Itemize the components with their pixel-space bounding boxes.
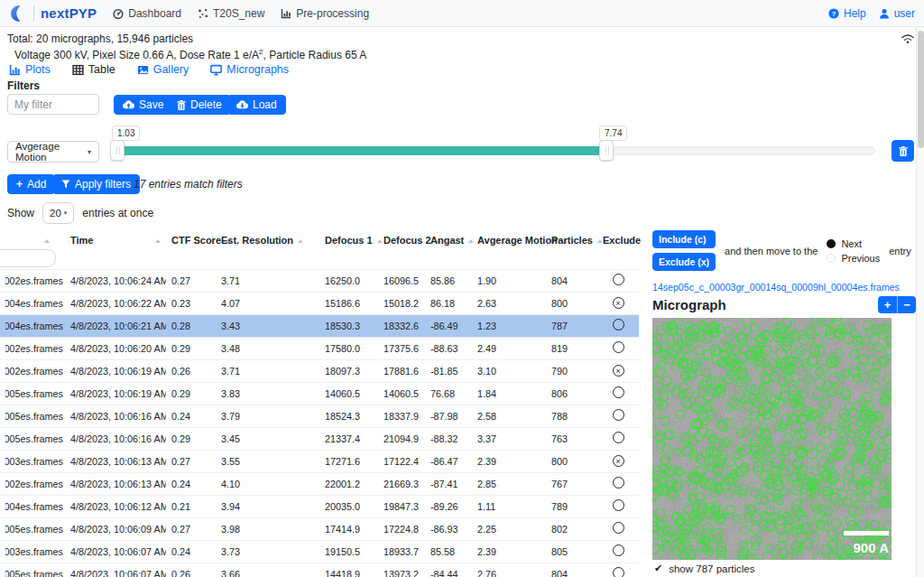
micrograph-image[interactable]: 900 A: [652, 318, 892, 560]
chevron-down-icon: ▾: [64, 209, 68, 217]
column-header-defocus1[interactable]: Defocus 1: [319, 228, 378, 269]
column-header-particles[interactable]: Particles: [546, 228, 597, 269]
scrollbar-thumb[interactable]: [918, 31, 924, 148]
funnel-icon: [61, 180, 70, 189]
cell-def2: 17122.4: [378, 450, 425, 472]
column-header-defocus2[interactable]: Defocus 2: [378, 228, 425, 269]
cell-def1: 18530.3: [319, 314, 378, 337]
micrograph-filename-link[interactable]: 14sep05c_c_00003gr_00014sq_00009hl_00004…: [652, 282, 900, 293]
add-filter-button[interactable]: + Add: [7, 174, 55, 194]
table-row[interactable]: 00005es.frames4/8/2023, 10:06:16 AM0.293…: [0, 427, 639, 450]
exclude-circle-icon[interactable]: [613, 499, 624, 511]
apply-filters-button[interactable]: Apply filters: [52, 174, 140, 194]
exclude-circle-icon[interactable]: [613, 432, 624, 443]
nav-item-dashboard[interactable]: Dashboard: [113, 7, 181, 20]
table-row[interactable]: 00002es.frames4/8/2023, 10:06:20 AM0.293…: [0, 337, 639, 359]
column-header-ctf[interactable]: CTF Score: [166, 228, 216, 269]
help-link[interactable]: ? Help: [828, 7, 866, 20]
entry-text: entry: [889, 246, 910, 256]
cell-ctf: 0.29: [166, 337, 216, 359]
exclude-circle-icon[interactable]: [613, 409, 624, 421]
exclude-circle-icon[interactable]: [613, 477, 624, 489]
nav-item-project[interactable]: T20S_new: [198, 7, 264, 20]
exclude-circle-icon[interactable]: [613, 386, 624, 398]
cell-motion: 2.39: [472, 450, 546, 472]
zoom-out-button[interactable]: −: [897, 296, 916, 313]
column-label: Exclude: [603, 235, 641, 246]
table-row[interactable]: 00004es.frames4/8/2023, 10:06:21 AM0.283…: [0, 314, 639, 337]
zoom-in-button[interactable]: +: [878, 296, 897, 313]
tab-table[interactable]: Table: [72, 63, 116, 76]
page-size-value: 20: [50, 208, 61, 219]
cell-time: 4/8/2023, 10:06:20 AM: [65, 337, 166, 359]
table-row[interactable]: 00002es.frames4/8/2023, 10:06:19 AM0.263…: [0, 359, 639, 382]
table-row[interactable]: 00003es.frames4/8/2023, 10:06:13 AM0.273…: [0, 450, 639, 472]
cell-res: 3.83: [216, 382, 319, 405]
exclude-circle-icon[interactable]: [613, 319, 624, 330]
column-label: Defocus 2: [383, 235, 431, 246]
include-button[interactable]: Include (c): [652, 230, 716, 248]
entries-at-once-label: entries at once: [82, 207, 153, 219]
cell-name: 00005es.frames: [0, 517, 65, 540]
cell-particles: 806: [546, 382, 597, 405]
tab-label: Table: [88, 63, 116, 76]
tab-gallery[interactable]: Gallery: [137, 63, 189, 76]
load-filter-button[interactable]: Load: [227, 95, 286, 115]
tab-micrographs[interactable]: Micrographs: [210, 63, 289, 76]
excluded-mark-icon[interactable]: ×: [613, 455, 624, 467]
filter-property-select[interactable]: Avgerage Motion ▾: [7, 141, 99, 163]
exclude-circle-icon[interactable]: [613, 522, 624, 534]
brand[interactable]: nextPYP: [9, 5, 97, 23]
nav-item-label: Dashboard: [128, 7, 181, 20]
cell-angast: -84.44: [425, 563, 472, 577]
name-filter-input[interactable]: [0, 249, 56, 267]
range-slider-track[interactable]: [113, 146, 875, 155]
slider-handle-max[interactable]: [599, 140, 614, 161]
user-link[interactable]: user: [879, 7, 915, 20]
exclude-circle-icon[interactable]: [613, 341, 624, 353]
column-header-time[interactable]: Time: [65, 228, 166, 269]
filter-name-input[interactable]: [7, 94, 99, 115]
cell-motion: 2.85: [472, 472, 546, 495]
show-particles-checkbox[interactable]: ✔ show 787 particles: [654, 563, 754, 574]
exclude-button[interactable]: Exclude (x): [652, 253, 716, 271]
table-row[interactable]: 00004es.frames4/8/2023, 10:06:22 AM0.234…: [0, 292, 639, 314]
delete-filter-button[interactable]: Delete: [168, 95, 231, 115]
column-header-resolution[interactable]: Est. Resolution: [216, 228, 319, 269]
sort-caret-icon: [155, 239, 161, 243]
save-filter-button[interactable]: Save: [114, 95, 172, 115]
table-row[interactable]: 00005es.frames4/8/2023, 10:06:07 AM0.263…: [0, 563, 639, 577]
column-header-name[interactable]: [0, 228, 65, 269]
show-particles-label: show 787 particles: [669, 563, 754, 574]
column-header-exclude[interactable]: Exclude: [597, 228, 639, 269]
table-row[interactable]: 0002es.frames4/8/2023, 10:06:24 AM0.273.…: [0, 269, 639, 292]
table-row[interactable]: 00004es.frames4/8/2023, 10:06:12 AM0.213…: [0, 495, 639, 517]
table-row[interactable]: 00005es.frames4/8/2023, 10:06:19 AM0.293…: [0, 382, 639, 405]
micrograph-table: Time CTF Score Est. Resolution Defocus 1…: [0, 228, 642, 577]
slider-handle-min[interactable]: [110, 140, 125, 161]
table-row[interactable]: 00005es.frames4/8/2023, 10:06:16 AM0.243…: [0, 405, 639, 427]
table-row[interactable]: 00003es.frames4/8/2023, 10:06:07 AM0.243…: [0, 540, 639, 563]
exclude-circle-icon[interactable]: [613, 274, 624, 285]
cell-time: 4/8/2023, 10:06:09 AM: [65, 517, 166, 540]
radio-next[interactable]: Next: [827, 238, 880, 249]
table-row[interactable]: 00005es.frames4/8/2023, 10:06:09 AM0.273…: [0, 517, 639, 540]
table-row[interactable]: 00002es.frames4/8/2023, 10:06:13 AM0.244…: [0, 472, 639, 495]
excluded-mark-icon[interactable]: ×: [613, 365, 624, 377]
scale-label: 900 A: [854, 540, 890, 555]
cell-def1: 15186.6: [319, 292, 378, 314]
radio-next-label: Next: [841, 238, 862, 249]
exclude-circle-icon[interactable]: [613, 544, 624, 556]
excluded-mark-icon[interactable]: ×: [613, 297, 624, 309]
tab-plots[interactable]: Plots: [9, 63, 51, 76]
remove-filter-button[interactable]: [892, 140, 914, 162]
column-header-angast[interactable]: Angast: [425, 228, 472, 269]
cell-name: 00004es.frames: [0, 495, 65, 517]
chevron-down-icon: ▾: [88, 148, 91, 156]
column-header-motion[interactable]: Avgerage Motion: [472, 228, 546, 269]
stream-signal-icon[interactable]: [901, 33, 915, 44]
page-size-select[interactable]: 20 ▾: [42, 202, 74, 224]
radio-previous[interactable]: Previous: [827, 253, 880, 264]
nav-item-preprocessing[interactable]: Pre-processing: [281, 7, 369, 20]
exclude-circle-icon[interactable]: [613, 567, 624, 577]
